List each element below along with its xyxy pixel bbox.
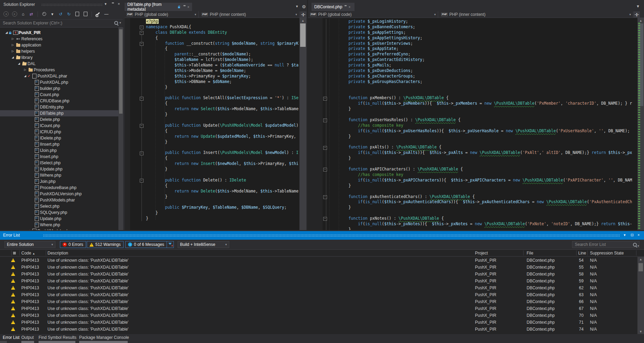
properties-wrench-icon[interactable]	[95, 11, 101, 17]
tree-item-insert-php[interactable]: Insert.php	[0, 154, 118, 160]
tab-error-list[interactable]: Error List	[3, 335, 20, 340]
search-icon[interactable]	[114, 21, 118, 25]
filter-button[interactable]	[167, 241, 174, 248]
fold-collapse-icon[interactable]: −	[140, 124, 144, 128]
tree-expander-icon[interactable]: ◢	[10, 54, 15, 61]
tree-item-references[interactable]: ▷References	[0, 36, 118, 42]
tree-expander-icon[interactable]: ◢	[17, 61, 21, 67]
tab-list-dropdown-icon[interactable]: ▾	[296, 4, 298, 9]
tab-output[interactable]: Output	[21, 335, 34, 340]
error-list-row[interactable]: PHP0413Use of unknown class: 'PushXDAL\D…	[0, 305, 637, 312]
scroll-down-icon[interactable]: ▼	[637, 330, 644, 333]
scroll-up-icon[interactable]: ▲	[637, 258, 644, 261]
tree-item-ijoin-php[interactable]: IJoin.php	[0, 147, 118, 154]
gear-icon[interactable]: ⚙	[302, 4, 306, 9]
scrollbar-thumb[interactable]	[300, 23, 306, 47]
back-icon[interactable]: ◄	[3, 11, 9, 17]
column-suppression[interactable]: Suppression State	[590, 251, 624, 256]
close-icon[interactable]: ×	[118, 2, 120, 6]
pin-icon[interactable]	[112, 2, 114, 7]
tree-item-helpers[interactable]: ▷helpers	[0, 48, 118, 54]
nav-inner-content-right[interactable]: PHP PHP (inner content) ▾	[439, 11, 633, 18]
scrollbar-thumb[interactable]	[119, 29, 123, 114]
fold-collapse-icon[interactable]: −	[323, 195, 327, 199]
pending-changes-filter-icon[interactable]	[41, 11, 47, 17]
solution-explorer-scrollbar[interactable]	[118, 28, 123, 230]
sync-icon[interactable]: ↻	[66, 11, 72, 17]
fold-collapse-icon[interactable]: −	[323, 118, 327, 122]
tree-item-iupdate-php[interactable]: IUpdate.php	[0, 166, 118, 172]
tree-item-delete-php[interactable]: Delete.php	[0, 116, 118, 123]
tree-item-join-php[interactable]: Join.php	[0, 178, 118, 185]
refresh-icon[interactable]: ↺	[57, 11, 64, 17]
search-options-icon[interactable]: ▾	[119, 21, 121, 24]
tree-item-crudbase-php[interactable]: CRUDBase.php	[0, 98, 118, 104]
error-list-row[interactable]: PHP0413Use of unknown class: 'PushXDAL\D…	[0, 298, 637, 305]
home-icon[interactable]: ⌂	[20, 11, 26, 17]
nav-global-code-left[interactable]: PHP PHP (global code) ▾	[125, 11, 199, 18]
tree-item-sqlquery-php[interactable]: SQLQuery.php	[0, 209, 118, 216]
collapse-icon[interactable]: —	[103, 11, 109, 17]
split-editor-icon[interactable]: ▲▼	[634, 11, 640, 18]
warnings-filter-button[interactable]: 512 Warnings	[87, 241, 124, 248]
column-code[interactable]: Code ▲	[21, 251, 35, 256]
tree-item-where-php[interactable]: Where.php	[0, 222, 118, 228]
errors-filter-button[interactable]: ✕ 0 Errors	[60, 241, 86, 248]
tree-item-pushxdal-php[interactable]: PushXDAL.php	[0, 79, 118, 85]
tree-item-pushxmodels-phar[interactable]: PushXModels.phar	[0, 197, 118, 203]
search-options-icon[interactable]: ▾	[637, 243, 639, 249]
error-list-row[interactable]: PHP0413Use of unknown class: 'PushXDAL\D…	[0, 326, 637, 333]
breakpoint-margin[interactable]	[125, 18, 130, 230]
pin-icon[interactable]	[344, 5, 346, 9]
window-position-icon[interactable]: ▾	[624, 233, 626, 237]
tree-item-icount-php[interactable]: ICount.php	[0, 123, 118, 129]
close-tab-icon[interactable]: ×	[348, 5, 350, 9]
editor-dbtable[interactable]: <?phpnamespace PushXDAL{ class DBTable e…	[125, 18, 299, 230]
column-project[interactable]: Project	[475, 251, 488, 256]
filter-dropdown-icon[interactable]: ▾	[49, 11, 55, 17]
scroll-up-icon[interactable]: ▲	[299, 19, 306, 22]
tab-dbtable[interactable]: DBTable.php [from metadata] ×	[125, 3, 192, 11]
column-file[interactable]: File	[527, 251, 533, 256]
nav-inner-content-left[interactable]: PHP PHP (inner content) ▾	[200, 11, 299, 18]
collapse-all-icon[interactable]	[74, 11, 80, 17]
tree-expander-icon[interactable]: ▷	[23, 228, 28, 230]
error-list-titlebar[interactable]: Error List ▾ ⊡ ×	[0, 231, 644, 240]
fold-collapse-icon[interactable]: −	[323, 97, 327, 101]
show-all-files-icon[interactable]	[82, 11, 88, 17]
tree-item-count-php[interactable]: Count.php	[0, 92, 118, 98]
tree-item-icrud-php[interactable]: ICRUD.php	[0, 129, 118, 135]
tree-expander-icon[interactable]: ▷	[10, 36, 15, 42]
fold-collapse-icon[interactable]: −	[140, 31, 144, 35]
tab-package-manager-console[interactable]: Package Manager Console	[79, 335, 129, 340]
search-solution-explorer-input[interactable]: Search Solution Explorer (Ctrl+;) ▾	[0, 19, 123, 28]
fold-collapse-icon[interactable]: −	[140, 97, 144, 101]
editor-scrollbar-left[interactable]: ▲	[299, 18, 306, 230]
maximize-icon[interactable]: ⊡	[631, 233, 634, 237]
tree-item-idelete-php[interactable]: IDelete.php	[0, 135, 118, 141]
tree-item-pushx-pir[interactable]: ◢$PushX_PIR	[0, 30, 118, 36]
split-editor-icon[interactable]: ▲▼	[300, 11, 306, 18]
breakpoint-margin[interactable]	[308, 18, 323, 230]
search-icon[interactable]	[633, 243, 637, 247]
scroll-up-icon[interactable]: ▲	[637, 19, 644, 22]
editor-dbcontext[interactable]: private $_pxLoginHistory; private $_pxBa…	[308, 18, 637, 230]
tree-expander-icon[interactable]: ◢	[23, 73, 28, 79]
search-error-list-input[interactable]: Search Error List ▾	[572, 241, 640, 248]
tab-find-symbol-results[interactable]: Find Symbol Results	[39, 335, 76, 340]
error-list-row[interactable]: PHP0413Use of unknown class: 'PushXDAL\D…	[0, 312, 637, 319]
tree-item-builder-php[interactable]: builder.php	[0, 85, 118, 92]
severity-column-icon[interactable]	[13, 252, 16, 254]
tree-item-library[interactable]: ◢library	[0, 54, 118, 61]
error-list-row[interactable]: PHP0413Use of unknown class: 'PushXDAL\D…	[0, 264, 637, 271]
fold-collapse-icon[interactable]: −	[323, 168, 327, 172]
tab-dbcontext[interactable]: DBContext.php ×	[312, 3, 355, 11]
tree-item-pushxdalversion-php[interactable]: PushXDALVersion.php	[0, 191, 118, 197]
tree-item-dbtable-php[interactable]: DBTable.php	[0, 110, 118, 116]
tree-item-pushxmodels-phar[interactable]: ▷✓PushXModels.phar	[0, 228, 118, 230]
scope-dropdown[interactable]: Entire Solution▾	[4, 241, 55, 248]
column-line[interactable]: Line	[578, 251, 586, 256]
error-list-row[interactable]: PHP0413Use of unknown class: 'PushXDAL\D…	[0, 319, 637, 326]
provider-dropdown[interactable]: Build + IntelliSense▾	[178, 241, 229, 248]
error-list-row[interactable]: PHP0413Use of unknown class: 'PushXDAL\D…	[0, 278, 637, 284]
